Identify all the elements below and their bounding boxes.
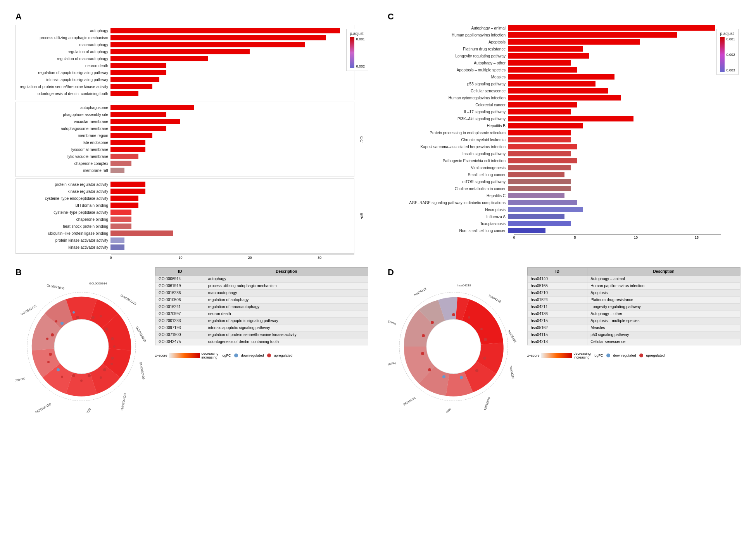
dot-up-5 [72,374,75,377]
bar-fill [110,161,131,166]
dot-up-7 [51,333,54,336]
bar-fill [110,210,131,215]
c-bar-row: Hepatitis B [388,123,721,129]
c-bar-container [508,25,721,31]
d-cell-id: hsa04140 [528,276,587,282]
bar-fill [110,42,305,47]
table-row: GO:0016241regulation of macroautophagy [155,303,368,310]
bar-label: neuron death [17,64,110,68]
d-label-down: downregulated [613,354,636,357]
d-zscore-inc: increasing [574,355,591,359]
d-cell-id: hsa04136 [528,310,587,317]
c-bar-row: IL–17 signaling pathway [388,109,721,115]
c-bar-container [508,39,721,45]
bar-fill [110,168,124,173]
c-bar-row: Kaposi sarcoma–associated herpesvirus in… [388,144,721,150]
c-bar-row: Non–small cell lung cancer [388,227,721,234]
d-cell-id: hsa04211 [528,303,587,310]
bar-fill [110,126,166,131]
bar-row: cysteine–type endopeptidase activity [17,195,354,201]
d-cell-id: hsa04218 [528,338,587,345]
table-row: hsa05162Measles [528,324,740,331]
bar-fill [110,63,166,68]
bar-row: process utilizing autophagic mechanism [17,35,354,41]
bar-label: protein kinase regulator activity [17,182,110,187]
d-zscore-legend: z–score decreasing increasing [527,352,591,359]
b-cell-desc: regulation of macroautophagy [205,303,368,310]
bar-fill [110,70,166,75]
c-bar-fill [508,207,583,212]
table-row: GO:0070997neuron death [155,310,368,317]
bar-fill [110,244,124,250]
b-cell-desc: intrinsic apoptotic signaling pathway [205,324,368,331]
bar-container [110,182,354,187]
c-bar-container [508,102,721,107]
c-bar-label: Insulin signaling pathway [388,152,508,156]
c-bar-label: Non–small cell lung cancer [388,229,508,233]
bar-fill [110,105,194,110]
panel-d-svg: hsa04218 hsa04140 hsa05165 hsa04210 hsa0… [388,281,520,412]
c-bar-label: Necroptosis [388,208,508,212]
bar-label: phagophore assembly site [17,113,110,117]
c-bar-row: Human cytomegalovirus infection [388,95,721,101]
bar-row: membrane region [17,132,354,139]
table-row: GO:0010506regulation of autophagy [155,296,368,303]
c-bar-container [508,46,721,52]
b-cell-desc: regulation of autophagy [205,296,368,303]
bar-label: process utilizing autophagic mechanism [17,36,110,40]
d-cell-desc: Apoptosis [587,289,740,296]
c-bar-row: Viral carcinogenesis [388,165,721,171]
bar-fill [110,140,145,145]
c-bar-fill [508,228,545,233]
arc-label-1: GO:0042475 [20,304,38,316]
bar-fill [110,182,145,187]
bar-label: odontogenesis of dentin–containing tooth [17,92,110,96]
d-logfc-legend: logFC downregulated upregulated [594,354,665,357]
c-x-15: 15 [695,236,699,239]
c-bar-fill [508,151,571,156]
c-bar-row: Colorectal cancer [388,102,721,108]
c-bar-row: Toxoplasmosis [388,220,721,227]
bar-fill [110,56,208,61]
d-th-desc: Description [587,268,740,276]
bar-label: lytic vacuole membrane [17,154,110,159]
bar-row: chaperone binding [17,216,354,222]
bar-container [110,161,354,166]
bp-section: BP autophagyprocess utilizing autophagic… [16,25,354,100]
bar-fill [110,91,138,96]
bar-label: cysteine–type endopeptidase activity [17,196,110,201]
c-bars: Autophagy – animalHuman papillomavirus i… [388,25,721,234]
c-bar-label: Platinum drug resistance [388,47,508,51]
d-dot-3 [475,369,478,372]
c-bar-fill [508,74,614,80]
bar-container [110,168,354,173]
b-dot-up [267,354,271,357]
bar-label: autophagosome [17,106,110,110]
c-bar-row: Cellular senescence [388,88,721,94]
arc-label-5: GO:0016236 [135,326,147,343]
b-logfc-legend: logFC downregulated upregulated [222,354,293,357]
d-cell-desc: Longevity regulating pathway [587,303,740,310]
c-bar-container [508,32,721,38]
c-bar-row: Human papillomavirus infection [388,32,721,38]
b-cell-id: GO:0070997 [155,310,205,317]
c-bar-label: Protein processing in endoplasmic reticu… [388,131,508,135]
c-bar-container [508,214,721,219]
c-bar-row: Platinum drug resistance [388,46,721,52]
b-zscore-dec: decreasing [202,352,219,355]
c-bar-fill [508,123,583,128]
d-arc-2: hsa04140 [488,294,502,304]
c-x-10: 10 [634,236,638,239]
c-bar-fill [508,137,571,142]
c-bar-label: p53 signaling pathway [388,82,508,86]
bp-bars: autophagyprocess utilizing autophagic me… [17,28,354,97]
c-bar-container [508,207,721,212]
b-cell-id: GO:0016236 [155,289,205,296]
mf-bars: protein kinase regulator activitykinase … [17,181,354,250]
c-bar-label: Apoptosis – multiple species [388,68,508,72]
arc-label-4: GO:0061919 [120,294,137,306]
b-cell-desc: regulation of protein serine/threonine k… [205,331,368,338]
bar-fill [110,133,152,138]
bar-label: kinase regulator activity [17,189,110,194]
table-row: hsa04218Cellular senescence [528,338,740,345]
